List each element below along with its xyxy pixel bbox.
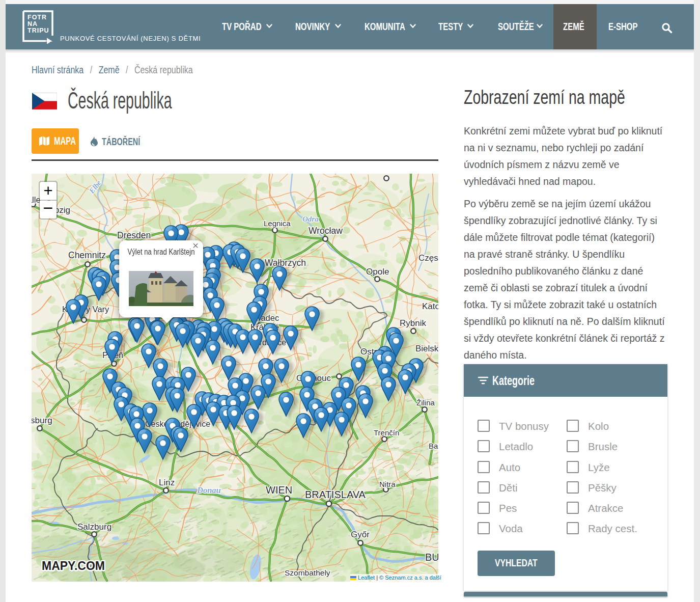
- svg-text:Bielsko-Biała: Bielsko-Biała: [415, 344, 438, 353]
- svg-text:TRIPU: TRIPU: [27, 27, 49, 34]
- svg-text:Katowice: Katowice: [422, 302, 438, 311]
- svg-text:Opole: Opole: [366, 267, 389, 277]
- svg-text:FOTR: FOTR: [27, 14, 47, 21]
- svg-text:WIEN: WIEN: [266, 484, 292, 496]
- svg-text:Wrocław: Wrocław: [309, 226, 343, 236]
- svg-text:Rybnik: Rybnik: [400, 318, 426, 328]
- svg-text:Szombathely: Szombathely: [285, 568, 330, 577]
- svg-text:Legnica: Legnica: [264, 219, 291, 228]
- svg-text:BUDAPEST: BUDAPEST: [425, 552, 438, 563]
- svg-text:NA: NA: [27, 20, 38, 28]
- svg-text:Žilina: Žilina: [416, 398, 435, 407]
- svg-text:Salzburg: Salzburg: [77, 522, 111, 532]
- svg-text:Győr: Győr: [351, 530, 370, 539]
- svg-text:Trenčín: Trenčín: [374, 428, 399, 437]
- svg-text:Częstochowa: Częstochowa: [418, 253, 438, 263]
- svg-text:Wałbrzych: Wałbrzych: [265, 258, 306, 268]
- svg-text:Dresden: Dresden: [117, 230, 151, 240]
- svg-text:BRATISLAVA: BRATISLAVA: [305, 489, 366, 500]
- svg-text:Chemnitz: Chemnitz: [68, 250, 106, 260]
- svg-text:Linz: Linz: [159, 478, 175, 487]
- svg-text:Banská: Banská: [429, 442, 438, 450]
- svg-text:Nitra: Nitra: [379, 480, 396, 488]
- svg-text:Odra: Odra: [302, 215, 319, 223]
- svg-text:Donau: Donau: [197, 485, 221, 495]
- svg-text:Regensburg: Regensburg: [32, 416, 52, 425]
